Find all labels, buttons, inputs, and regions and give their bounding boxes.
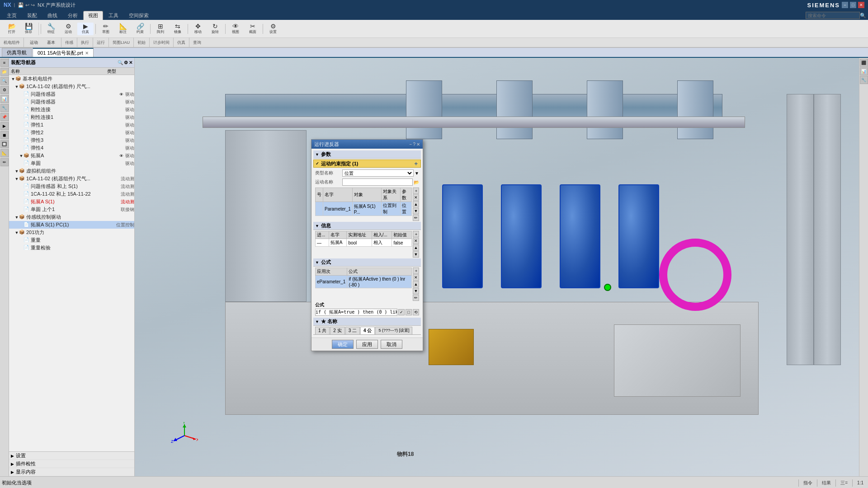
tree-node-group5[interactable]: ▼ 📦 201功力 [9, 229, 134, 236]
formula-confirm-btn[interactable]: ✓ [398, 309, 405, 315]
tree-node-group1[interactable]: ▼ 📦 基本机电组件 [9, 75, 134, 83]
formula-add-btn[interactable]: ＋ [413, 267, 419, 274]
info-table-row-1[interactable]: — 拓展A bool 相入 false [316, 239, 412, 247]
tb-btn-move[interactable]: ✥ 移动 [190, 23, 206, 35]
dialog-cancel-button[interactable]: 取消 [381, 340, 402, 349]
tree-header-icon-1[interactable]: 🔍 [118, 60, 123, 65]
rp-icon-2[interactable]: 📊 [860, 67, 868, 75]
tb-btn-constraint[interactable]: 🔗 约束 [132, 23, 148, 35]
tree-node-8[interactable]: 📄 弹性2 驱动 [9, 129, 134, 136]
left-bottom-plugins[interactable]: ▶ 插件检性 [9, 460, 134, 468]
tree-node-9[interactable]: 📄 弹性3 驱动 [9, 136, 134, 144]
left-icon-1[interactable]: ≡ [0, 59, 9, 67]
ribbon-tab-tools[interactable]: 工具 [104, 11, 123, 20]
tree-node-15[interactable]: 📄 拓展A S(1) 流动测 [9, 198, 134, 206]
dlg-nav-tab-1[interactable]: 1 共 [315, 327, 330, 334]
viewport[interactable]: 物料18 X Y Z [135, 58, 859, 476]
tree-node-group3[interactable]: ▼ 📦 1CA-11-02 (机器组件) 尺气... 流动测 [9, 175, 134, 183]
tree-header-icon-3[interactable]: ✕ [129, 60, 132, 65]
undo-icon[interactable]: ↩ [25, 2, 29, 8]
maximize-button[interactable]: □ [850, 2, 856, 8]
info-del-btn[interactable]: ✕ [413, 238, 419, 244]
close-button[interactable]: ✕ [858, 2, 864, 8]
tree-node-16[interactable]: 📄 单圆 上个1 联接钢 [9, 206, 134, 213]
formula-del-btn[interactable]: ✕ [413, 274, 419, 281]
left-icon-6[interactable]: 🔧 [0, 104, 9, 112]
tb2-btn-1[interactable]: 运动 [26, 38, 42, 47]
redo-icon[interactable]: ↪ [31, 2, 35, 8]
dialog-ok-button[interactable]: 确定 [332, 340, 354, 349]
left-bottom-display[interactable]: ▶ 显示内容 [9, 468, 134, 476]
left-icon-5[interactable]: 📊 [0, 95, 9, 103]
rp-icon-1[interactable]: ⬛ [860, 59, 868, 67]
info-up-btn[interactable]: ▲ [413, 244, 419, 251]
tb-assem-btn2[interactable]: 💾 保存 [20, 23, 37, 35]
tree-node-6[interactable]: 📄 刚性连接1 驱动 [9, 113, 134, 121]
formula-dn-btn[interactable]: ▼ [413, 288, 419, 294]
left-bottom-settings[interactable]: ▶ 设置 [9, 452, 134, 460]
formula-input[interactable] [315, 309, 397, 316]
tb-btn-settings[interactable]: ⚙ 设置 [265, 23, 281, 35]
left-icon-12[interactable]: ✏ [0, 158, 9, 166]
motion-type-select[interactable]: 位置 [342, 169, 414, 177]
search-input[interactable] [806, 12, 860, 19]
rp-icon-3[interactable]: 🔧 [860, 76, 868, 84]
ribbon-tab-analysis[interactable]: 分析 [63, 11, 83, 20]
tab-close-icon[interactable]: ✕ [85, 51, 89, 56]
tb-btn-section[interactable]: ✂ 截面 [245, 23, 261, 35]
left-icon-8[interactable]: ▶ [0, 122, 9, 130]
ribbon-tab-space[interactable]: 空间探索 [124, 11, 154, 20]
motion-name-input[interactable] [342, 178, 413, 186]
expand-icon-g2[interactable]: ▼ [14, 169, 19, 174]
node-eye-icon-11[interactable]: 👁 [119, 154, 123, 158]
left-icon-10[interactable]: 🔲 [0, 140, 9, 148]
ribbon-tab-home[interactable]: 主页 [2, 11, 22, 20]
expand-icon-g5[interactable]: ▼ [14, 230, 19, 235]
tb-btn-rotate[interactable]: ↻ 旋转 [207, 23, 223, 35]
info-dn-btn[interactable]: ▼ [413, 251, 419, 258]
minimize-button[interactable]: − [842, 2, 848, 8]
left-icon-4[interactable]: ⚙ [0, 86, 9, 94]
dialog-title[interactable]: 运行进反器 − ? ✕ [311, 140, 423, 149]
tb-btn-array[interactable]: ⊞ 阵列 [152, 23, 169, 35]
tree-node-3[interactable]: 📄 问题传感器 👁 驱动 [9, 90, 134, 98]
tb-assem-btn1[interactable]: 📂 打开 [4, 23, 20, 35]
dlg-nav-tab-4[interactable]: 4 公 [360, 327, 375, 334]
motion-name-browse-icon[interactable]: 📂 [414, 180, 419, 185]
dlg-nav-tab-3[interactable]: 3 二 [345, 327, 360, 334]
info-add-btn[interactable]: ＋ [413, 231, 419, 237]
tb-feature-btn1[interactable]: 🔧 特征 [43, 23, 59, 35]
tb-btn-sketch[interactable]: ✏ 草图 [98, 23, 114, 35]
dialog-apply-button[interactable]: 应用 [356, 340, 378, 349]
tab-doc-active[interactable]: 001 15A信号装配.prt ✕ [33, 48, 94, 57]
dlg-nav-tab-5[interactable]: 5 (???---?) [设置] [375, 327, 412, 334]
motion-add-icon[interactable]: ＋ [413, 160, 419, 168]
dialog-section-formula[interactable]: ▼ 公式 [313, 258, 421, 267]
table-add-btn[interactable]: ＋ [413, 188, 419, 194]
tree-node-17[interactable]: 📄 拓展A S(1) PC(1) 位置控制 [9, 221, 134, 229]
dlg-nav-tab-2[interactable]: 2 实 [330, 327, 344, 334]
expand-icon-g3[interactable]: ▼ [14, 177, 19, 181]
left-icon-2[interactable]: 📁 [0, 68, 9, 76]
motion-type-arrow[interactable]: ▼ [415, 171, 419, 176]
table-up-btn[interactable]: ▲ [413, 201, 419, 207]
left-icon-3[interactable]: 🔍 [0, 77, 9, 85]
tree-node-10[interactable]: 📄 弹性4 驱动 [9, 144, 134, 152]
formula-expand-btn[interactable]: □ [406, 309, 412, 315]
tree-node-group4[interactable]: ▼ 📦 传感线控制驱动 [9, 213, 134, 221]
dialog-section-setup[interactable]: ▼ ★ 名称 [313, 318, 421, 326]
tree-node-14[interactable]: 📄 1CA-11-02 和上 15A-11-22 流动测 [9, 190, 134, 198]
tree-node-7[interactable]: 📄 弹性1 驱动 [9, 121, 134, 129]
left-icon-9[interactable]: ◼ [0, 131, 9, 139]
dialog-section-params[interactable]: ▼ 参数 [313, 150, 421, 159]
table-edit-btn[interactable]: ✏ [413, 215, 419, 221]
expand-icon-g4[interactable]: ▼ [14, 215, 19, 220]
tree-node-4[interactable]: 📄 问题传感器 驱动 [9, 98, 134, 106]
tb-btn-view1[interactable]: 👁 视图 [227, 23, 244, 35]
tree-node-group2[interactable]: ▼ 📦 虚拟机组组件 [9, 167, 134, 175]
node-eye-icon-3[interactable]: 👁 [119, 92, 123, 97]
dialog-section-motion[interactable]: ✓ 运动约束指定 (1) ＋ [313, 160, 421, 168]
left-icon-11[interactable]: 📐 [0, 149, 9, 157]
dialog-close-button[interactable]: ✕ [416, 142, 420, 147]
dialog-help-button[interactable]: ? [413, 142, 415, 147]
